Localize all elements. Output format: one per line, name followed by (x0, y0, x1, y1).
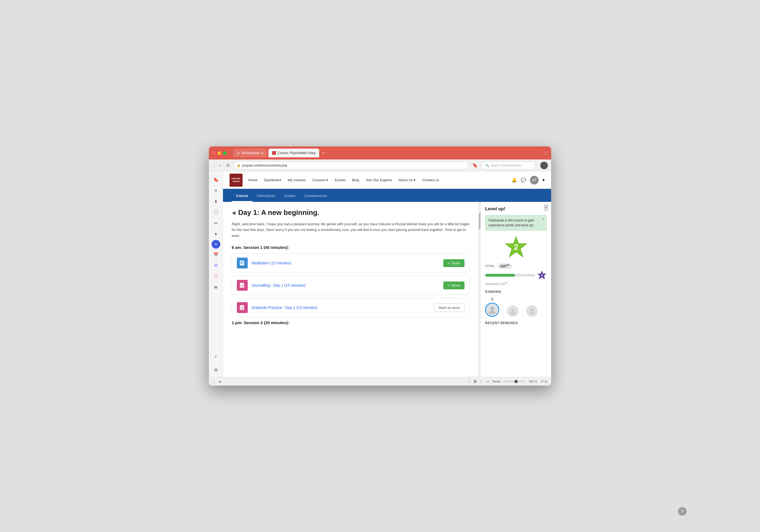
svg-point-5 (243, 284, 244, 285)
svg-text:2: 2 (514, 243, 518, 251)
rank-avatar-3 (526, 306, 538, 317)
activity-link-gratitude[interactable]: Gratitude Practice - Day 1 (15 minutes) (252, 306, 317, 310)
status-code-icon[interactable]: <> (486, 380, 490, 383)
browser-sidebar: 🔖 ≡ ⬇ 🕐 ✏ ✦ ≡ 📅 M ⬡ W + ⚙ (209, 171, 223, 377)
courses-chevron-icon: ▾ (326, 178, 328, 182)
activity-icon-gratitude (237, 302, 248, 313)
status-screenshot-icon[interactable]: ⬚ (468, 380, 470, 383)
svg-point-12 (490, 307, 494, 311)
level-message-close-button[interactable]: × (543, 217, 544, 222)
level-message: Participate in the course to gain experi… (485, 215, 547, 231)
sidebar-pocket-icon[interactable]: ⬡ (211, 271, 221, 281)
activity-item: Meditation (15 minutes) ✓ Done (232, 254, 470, 272)
content-area: ◀ Day 1: A new beginning. Right, welcome… (223, 202, 551, 377)
activity-icon-journalling (237, 280, 248, 291)
nav-blog[interactable]: Blog (352, 178, 359, 182)
rank-1-number: 1 (491, 297, 493, 301)
tab-course[interactable]: Course (232, 191, 253, 202)
sidebar-reader-icon[interactable]: ≡ (211, 186, 221, 195)
level-message-text: Participate in the course to gain experi… (489, 218, 534, 227)
address-bar: ‹ › ↺ 🔒 prepare.online/course/view.php 🔖… (209, 160, 551, 171)
nav-home[interactable]: Home (248, 178, 258, 182)
new-tab-button[interactable]: + (322, 150, 325, 156)
status-image-icon[interactable]: 🖼 (474, 380, 477, 383)
nav-about-us[interactable]: About Us ▾ (399, 178, 415, 182)
title-bar: 🗂 Workspaces ▾ Course: Psychedelic Integ… (209, 146, 551, 160)
refresh-button[interactable]: ↺ (225, 162, 231, 169)
ranking-row: 1 - (485, 297, 547, 317)
status-reset-label[interactable]: Reset (493, 380, 500, 383)
active-tab[interactable]: Course: Psychedelic Integ (268, 149, 319, 157)
sidebar-calendar-icon[interactable]: 📅 (211, 250, 221, 260)
activity-item: Gratitude Practice - Day 1 (15 minutes) … (232, 298, 470, 317)
zoom-slider[interactable] (503, 381, 525, 382)
scroll-indicator[interactable] (478, 202, 481, 377)
close-traffic-light[interactable] (212, 151, 216, 155)
back-button[interactable]: ‹ (212, 162, 216, 169)
status-layout-icon[interactable]: ⬚ (212, 380, 215, 383)
browser-main: 🔖 ≡ ⬇ 🕐 ✏ ✦ ≡ 📅 M ⬡ W + ⚙ PREPAREONLINE … (209, 171, 551, 377)
done-button-journalling[interactable]: ✓ Done (443, 281, 464, 289)
recent-rewards-title: RECENT REWARDS (485, 321, 547, 325)
nav-dashboard[interactable]: Dashboard (264, 178, 281, 182)
sidebar-add-icon[interactable]: + (211, 352, 221, 362)
sidebar-wiki-icon[interactable]: W (211, 282, 221, 292)
forward-button[interactable]: › (218, 162, 222, 169)
sidebar-history-icon[interactable]: 🕐 (211, 207, 221, 217)
user-dropdown-icon[interactable]: ▾ (543, 177, 545, 183)
url-bar[interactable]: 🔒 prepare.online/course/view.php (233, 162, 469, 169)
level-up-title: Level up! (485, 206, 547, 212)
bookmark-button[interactable]: 🔖 (471, 162, 479, 169)
svg-rect-0 (240, 261, 244, 266)
lock-icon: 🔒 (237, 164, 241, 167)
message-icon[interactable]: 💬 (521, 177, 526, 183)
tab-bar: 🗂 Workspaces ▾ Course: Psychedelic Integ… (233, 149, 542, 157)
nav-contact-us[interactable]: Contact us (422, 178, 439, 182)
tab-competencies[interactable]: Competencies (300, 191, 331, 202)
activity-link-meditation[interactable]: Meditation (15 minutes) (252, 261, 291, 265)
session2-title: 1 pm: Session 2 (20 minutes): (232, 320, 470, 325)
nav-events[interactable]: Events (335, 178, 346, 182)
sidebar-edit-icon[interactable]: ✏ (211, 218, 221, 228)
status-window-icon[interactable]: ⬚ (480, 380, 483, 383)
day-header: ◀ Day 1: A new beginning. (232, 209, 470, 217)
nav-my-courses[interactable]: My courses (288, 178, 306, 182)
rank-item-1: 1 (485, 297, 499, 317)
sidebar-mastodon-icon[interactable]: M (211, 261, 221, 270)
mark-done-button-gratitude[interactable]: Mark as done (434, 304, 464, 312)
done-button-meditation[interactable]: ✓ Done (443, 259, 464, 267)
rank-item-2 (507, 306, 518, 317)
user-avatar[interactable]: LT (530, 176, 539, 184)
session1-title: 8 am: Session 1 (45 minutes): (232, 245, 470, 250)
site-nav: Home Dashboard My courses Courses ▾ Even… (248, 178, 511, 182)
svg-rect-6 (240, 305, 244, 310)
tab-grades[interactable]: Grades (280, 191, 300, 202)
search-bar[interactable]: 🔍 Search DuckDuckGo (482, 162, 536, 169)
tab-favicon (272, 151, 276, 155)
sidebar-settings-icon[interactable]: ⚙ (211, 365, 221, 375)
zoom-level: 100 % (529, 380, 537, 383)
activity-link-journalling[interactable]: Journalling - Day 1 (15 minutes) (252, 283, 305, 287)
level-sidebar-close-button[interactable]: × (544, 205, 548, 211)
nav-join-experts[interactable]: Join Our Experts (366, 178, 392, 182)
course-content: ◀ Day 1: A new beginning. Right, welcome… (223, 202, 478, 377)
site-header: PREPAREONLINE Home Dashboard My courses … (223, 171, 551, 189)
window-maximize-icon[interactable]: ⬚ (544, 151, 548, 155)
header-actions: 🔔 💬 LT ▾ (511, 176, 545, 184)
maximize-traffic-light[interactable] (223, 151, 226, 155)
xp-section: TOTAL 225XP (485, 263, 547, 269)
workspaces-tab[interactable]: 🗂 Workspaces ▾ (233, 149, 267, 157)
minimize-traffic-light[interactable] (217, 151, 221, 155)
nav-courses[interactable]: Courses ▾ (312, 178, 328, 182)
profile-avatar[interactable] (540, 162, 548, 169)
collapse-icon[interactable]: ◀ (232, 210, 235, 216)
sidebar-notes-icon[interactable]: ≡ (212, 240, 220, 249)
day-title: Day 1: A new beginning. (238, 209, 319, 217)
sidebar-bookmarks-icon[interactable]: 🔖 (211, 175, 221, 184)
notification-icon[interactable]: 🔔 (511, 177, 517, 183)
sidebar-download-icon[interactable]: ⬇ (211, 196, 221, 206)
sidebar-draw-icon[interactable]: ✦ (211, 229, 221, 239)
workspaces-label: Workspaces (242, 151, 260, 155)
tab-participants[interactable]: Participants (253, 191, 280, 202)
status-cloud-icon[interactable]: ☁ (218, 380, 221, 383)
